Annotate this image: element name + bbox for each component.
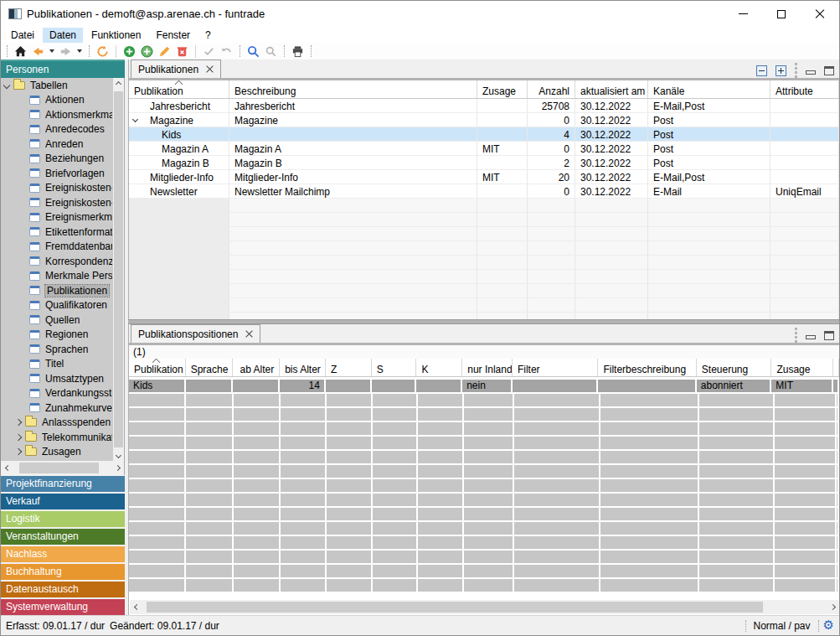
sidebar-item-zunahmekurven[interactable]: Zunahmekurven [1, 401, 112, 416]
settings-gear-icon[interactable]: ⚙ [823, 619, 834, 632]
sidebar-item-korrespondenz[interactable]: Korrespondenz [1, 254, 112, 269]
undo-button[interactable] [219, 44, 234, 59]
tree-folder-zusagen[interactable]: Zusagen [1, 445, 112, 460]
expand-all-button[interactable] [776, 65, 786, 76]
chevron-right-icon[interactable] [15, 434, 22, 441]
tree-folder-tabellen[interactable]: Tabellen [1, 78, 112, 93]
add-button[interactable] [122, 44, 137, 59]
scroll-up-arrow[interactable] [113, 78, 124, 90]
close-button[interactable] [801, 1, 839, 27]
table-row-magazine[interactable]: Magazine Magazine 0 30.12.2022 Post [129, 113, 839, 127]
delete-button[interactable] [175, 44, 189, 59]
sidebar-item-aktionen[interactable]: Aktionen [1, 93, 112, 108]
tree-folder-anlassspenden[interactable]: Anlassspenden [1, 416, 112, 431]
column-header-bis-alter[interactable]: bis Alter [280, 359, 326, 376]
column-header-publikation[interactable]: Publikation [129, 80, 229, 98]
sidebar-item-publikationen[interactable]: Publikationen [1, 283, 112, 298]
scrollbar-thumb[interactable] [114, 91, 123, 447]
lower-horizontal-scrollbar[interactable] [130, 600, 839, 614]
sidebar-item-quellen[interactable]: Quellen [1, 313, 112, 328]
add-copy-button[interactable] [140, 44, 154, 59]
section-buchhaltung[interactable]: Buchhaltung [1, 564, 125, 580]
table-row-mitglieder-info[interactable]: Mitglieder-Info Mitglieder-Info MIT 20 3… [129, 170, 839, 184]
tree-vertical-scrollbar[interactable] [113, 78, 124, 461]
section-projektfinanzierung[interactable]: Projektfinanzierung [1, 476, 125, 492]
table-row-kids-selected[interactable]: Kids 4 30.12.2022 Post [129, 127, 839, 142]
more-options-icon[interactable] [795, 328, 797, 343]
section-veranstaltungen[interactable]: Veranstaltungen [1, 529, 125, 545]
column-header-ab-alter[interactable]: ab Alter [233, 359, 280, 376]
search-secondary-button[interactable] [264, 44, 278, 59]
menu-datei[interactable]: Datei [4, 28, 41, 43]
scroll-right-arrow[interactable] [826, 600, 839, 614]
column-header-filterbeschreibung[interactable]: Filterbeschreibung [598, 359, 696, 376]
scroll-right-arrow[interactable] [111, 461, 124, 475]
sidebar-item-fremddatenbank[interactable]: Fremddatenbank [1, 240, 112, 255]
menu-funktionen[interactable]: Funktionen [85, 28, 147, 43]
menu-fenster[interactable]: Fenster [149, 28, 197, 43]
sidebar-item-umsatztypen[interactable]: Umsatztypen [1, 371, 112, 386]
column-header-zusage[interactable]: Zusage [477, 80, 528, 98]
refresh-button[interactable] [95, 44, 110, 59]
sidebar-item-ereigniskosten-s[interactable]: Ereigniskosten-S [1, 195, 112, 210]
sidebar-item-ereigniskosten-e[interactable]: Ereigniskosten-E [1, 181, 112, 196]
print-button[interactable] [291, 44, 305, 59]
tab-close-icon[interactable] [206, 65, 214, 73]
column-header-attribute[interactable]: Attribute [770, 80, 839, 98]
back-dropdown-icon[interactable] [49, 49, 54, 53]
section-verkauf[interactable]: Verkauf [1, 494, 125, 509]
column-header-kanaele[interactable]: Kanäle [648, 80, 770, 98]
column-header-s[interactable]: S [372, 359, 417, 376]
scroll-down-arrow[interactable] [113, 449, 124, 461]
column-header-nur-inland[interactable]: nur Inland [462, 359, 513, 376]
column-header-steuerung[interactable]: Steuerung [697, 359, 772, 376]
sidebar-item-aktionsmerkmal[interactable]: Aktionsmerkmal [1, 107, 112, 122]
sidebar-item-qualifikatoren[interactable]: Qualifikatoren [1, 298, 112, 313]
position-row-kids-selected[interactable]: Kids 14 nein abonniert MIT [129, 380, 839, 392]
sidebar-item-etikettenformate[interactable]: Etikettenformate [1, 225, 112, 240]
sidebar-item-anreden[interactable]: Anreden [1, 137, 112, 152]
search-button[interactable] [246, 44, 260, 59]
panel-maximize-icon[interactable] [824, 331, 834, 340]
panel-maximize-icon[interactable] [824, 66, 834, 75]
menu-daten[interactable]: Daten [43, 28, 83, 43]
chevron-right-icon[interactable] [15, 448, 22, 455]
column-header-anzahl[interactable]: Anzahl [528, 80, 575, 98]
table-row-jahresbericht[interactable]: Jahresbericht Jahresbericht 25708 30.12.… [129, 99, 839, 113]
sidebar-item-verdankungsste[interactable]: Verdankungsste [1, 386, 112, 401]
column-header-publikation[interactable]: Publikation [129, 359, 186, 376]
sidebar-item-ereignismerkmal[interactable]: Ereignismerkmal [1, 210, 112, 225]
forward-button[interactable] [59, 44, 73, 59]
sidebar-item-anredecodes[interactable]: Anredecodes [1, 122, 112, 137]
column-header-sprache[interactable]: Sprache [186, 359, 234, 376]
section-nachlass[interactable]: Nachlass [1, 546, 125, 562]
table-row-newsletter[interactable]: Newsletter Newsletter Mailchimp 0 30.12.… [129, 184, 839, 199]
scroll-left-arrow[interactable] [1, 461, 14, 475]
tab-publikationen[interactable]: Publikationen [131, 59, 221, 78]
edit-button[interactable] [157, 44, 172, 59]
back-button[interactable] [31, 44, 45, 59]
column-header-zusage[interactable]: Zusage [771, 359, 833, 376]
section-datenaustausch[interactable]: Datenaustausch [1, 582, 125, 597]
column-header-k[interactable]: K [416, 359, 462, 376]
column-header-beschreibung[interactable]: Beschreibung [229, 80, 477, 98]
column-header-z[interactable]: Z [326, 359, 372, 376]
sidebar-item-briefvorlagen[interactable]: Briefvorlagen [1, 166, 112, 181]
scrollbar-thumb[interactable] [19, 463, 99, 473]
chevron-down-icon[interactable] [3, 82, 10, 89]
sidebar-item-regionen[interactable]: Regionen [1, 328, 112, 343]
sidebar-item-merkmale-perso[interactable]: Merkmale Perso [1, 269, 112, 284]
minimize-button[interactable] [724, 1, 762, 27]
tab-close-icon[interactable] [245, 330, 253, 338]
table-row-magazin-a[interactable]: Magazin A Magazin A MIT 0 30.12.2022 Pos… [129, 142, 839, 156]
panel-minimize-icon[interactable] [806, 70, 816, 75]
scrollbar-thumb[interactable] [147, 602, 763, 613]
expander-icon[interactable] [132, 116, 138, 122]
menu-help[interactable]: ? [198, 28, 218, 43]
tree-horizontal-scrollbar[interactable] [1, 461, 125, 475]
panel-minimize-icon[interactable] [806, 335, 816, 339]
column-header-filter[interactable]: Filter [513, 359, 598, 376]
sidebar-item-sprachen[interactable]: Sprachen [1, 342, 112, 357]
table-row-magazin-b[interactable]: Magazin B Magazin B 2 30.12.2022 Post [129, 156, 839, 170]
sidebar-item-titel[interactable]: Titel [1, 357, 112, 372]
